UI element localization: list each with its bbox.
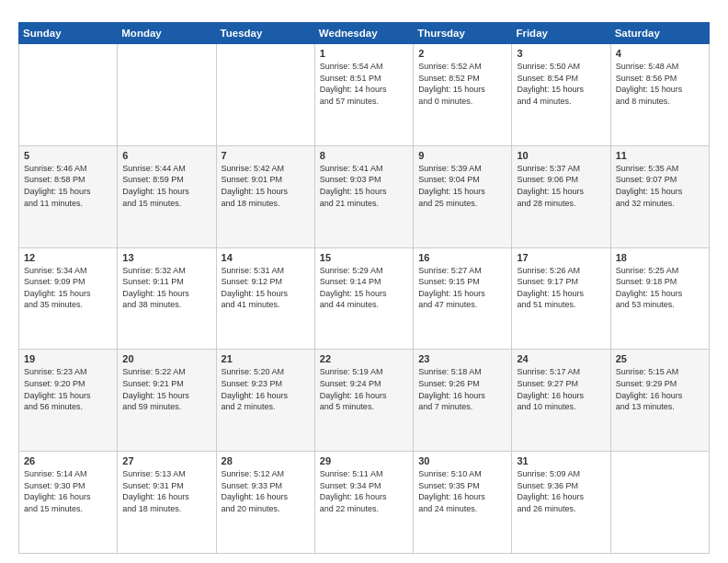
day-cell: 23Sunrise: 5:18 AMSunset: 9:26 PMDayligh… (414, 350, 512, 452)
header-cell-monday: Monday (118, 23, 216, 44)
day-number: 10 (517, 150, 605, 161)
day-cell: 22Sunrise: 5:19 AMSunset: 9:24 PMDayligh… (314, 350, 413, 452)
day-info: Sunrise: 5:22 AMSunset: 9:21 PMDaylight:… (122, 366, 210, 412)
day-number: 28 (222, 455, 310, 466)
day-info: Sunrise: 5:54 AMSunset: 8:51 PMDaylight:… (320, 61, 408, 107)
day-info: Sunrise: 5:23 AMSunset: 9:20 PMDaylight:… (24, 366, 112, 412)
day-cell: 31Sunrise: 5:09 AMSunset: 9:36 PMDayligh… (512, 452, 610, 554)
day-cell (216, 44, 314, 146)
header-cell-wednesday: Wednesday (314, 23, 413, 44)
day-info: Sunrise: 5:44 AMSunset: 8:59 PMDaylight:… (122, 163, 210, 209)
day-info: Sunrise: 5:12 AMSunset: 9:33 PMDaylight:… (222, 468, 310, 514)
day-cell (610, 452, 709, 554)
day-cell: 14Sunrise: 5:31 AMSunset: 9:12 PMDayligh… (216, 247, 314, 350)
header-cell-saturday: Saturday (610, 23, 709, 44)
day-number: 27 (122, 455, 210, 466)
day-info: Sunrise: 5:14 AMSunset: 9:30 PMDaylight:… (24, 468, 112, 514)
day-number: 13 (122, 252, 210, 263)
day-info: Sunrise: 5:26 AMSunset: 9:17 PMDaylight:… (517, 265, 605, 311)
day-number: 3 (517, 48, 605, 59)
day-cell: 7Sunrise: 5:42 AMSunset: 9:01 PMDaylight… (216, 145, 314, 247)
day-number: 24 (517, 353, 605, 364)
day-info: Sunrise: 5:20 AMSunset: 9:23 PMDaylight:… (222, 366, 310, 412)
day-info: Sunrise: 5:50 AMSunset: 8:54 PMDaylight:… (517, 61, 605, 107)
day-number: 26 (24, 455, 112, 466)
day-info: Sunrise: 5:29 AMSunset: 9:14 PMDaylight:… (320, 265, 408, 311)
day-cell: 19Sunrise: 5:23 AMSunset: 9:20 PMDayligh… (19, 350, 118, 452)
day-info: Sunrise: 5:19 AMSunset: 9:24 PMDaylight:… (320, 366, 408, 412)
day-number: 8 (320, 150, 408, 161)
day-cell: 21Sunrise: 5:20 AMSunset: 9:23 PMDayligh… (216, 350, 314, 452)
day-cell: 30Sunrise: 5:10 AMSunset: 9:35 PMDayligh… (414, 452, 512, 554)
day-number: 29 (320, 455, 408, 466)
day-number: 4 (616, 48, 704, 59)
day-number: 1 (320, 48, 408, 59)
day-info: Sunrise: 5:25 AMSunset: 9:18 PMDaylight:… (616, 265, 704, 311)
week-row-3: 12Sunrise: 5:34 AMSunset: 9:09 PMDayligh… (19, 247, 710, 350)
calendar-page: General Blue SundayMondayTuesdayWednesda… (0, 0, 728, 563)
header-cell-tuesday: Tuesday (216, 23, 314, 44)
header-cell-thursday: Thursday (414, 23, 512, 44)
day-cell: 2Sunrise: 5:52 AMSunset: 8:52 PMDaylight… (414, 44, 512, 146)
day-cell: 17Sunrise: 5:26 AMSunset: 9:17 PMDayligh… (512, 247, 610, 350)
day-cell: 29Sunrise: 5:11 AMSunset: 9:34 PMDayligh… (314, 452, 413, 554)
day-number: 17 (517, 252, 605, 263)
calendar-table: SundayMondayTuesdayWednesdayThursdayFrid… (18, 22, 710, 554)
header-cell-sunday: Sunday (19, 23, 118, 44)
day-cell: 11Sunrise: 5:35 AMSunset: 9:07 PMDayligh… (610, 145, 709, 247)
day-info: Sunrise: 5:37 AMSunset: 9:06 PMDaylight:… (517, 163, 605, 209)
day-info: Sunrise: 5:32 AMSunset: 9:11 PMDaylight:… (122, 265, 210, 311)
day-cell (118, 44, 216, 146)
day-info: Sunrise: 5:17 AMSunset: 9:27 PMDaylight:… (517, 366, 605, 412)
day-info: Sunrise: 5:13 AMSunset: 9:31 PMDaylight:… (122, 468, 210, 514)
day-number: 7 (222, 150, 310, 161)
day-cell (19, 44, 118, 146)
day-cell: 20Sunrise: 5:22 AMSunset: 9:21 PMDayligh… (118, 350, 216, 452)
day-number: 2 (418, 48, 506, 59)
week-row-5: 26Sunrise: 5:14 AMSunset: 9:30 PMDayligh… (19, 452, 710, 554)
day-number: 11 (616, 150, 704, 161)
day-info: Sunrise: 5:52 AMSunset: 8:52 PMDaylight:… (418, 61, 506, 107)
header-row: SundayMondayTuesdayWednesdayThursdayFrid… (19, 23, 710, 44)
header-cell-friday: Friday (512, 23, 610, 44)
day-cell: 25Sunrise: 5:15 AMSunset: 9:29 PMDayligh… (610, 350, 709, 452)
day-number: 15 (320, 252, 408, 263)
day-cell: 6Sunrise: 5:44 AMSunset: 8:59 PMDaylight… (118, 145, 216, 247)
day-info: Sunrise: 5:39 AMSunset: 9:04 PMDaylight:… (418, 163, 506, 209)
day-info: Sunrise: 5:09 AMSunset: 9:36 PMDaylight:… (517, 468, 605, 514)
day-info: Sunrise: 5:46 AMSunset: 8:58 PMDaylight:… (24, 163, 112, 209)
day-info: Sunrise: 5:35 AMSunset: 9:07 PMDaylight:… (616, 163, 704, 209)
day-number: 23 (418, 353, 506, 364)
day-info: Sunrise: 5:41 AMSunset: 9:03 PMDaylight:… (320, 163, 408, 209)
week-row-4: 19Sunrise: 5:23 AMSunset: 9:20 PMDayligh… (19, 350, 710, 452)
day-cell: 24Sunrise: 5:17 AMSunset: 9:27 PMDayligh… (512, 350, 610, 452)
day-info: Sunrise: 5:34 AMSunset: 9:09 PMDaylight:… (24, 265, 112, 311)
day-number: 19 (24, 353, 112, 364)
day-cell: 10Sunrise: 5:37 AMSunset: 9:06 PMDayligh… (512, 145, 610, 247)
day-cell: 18Sunrise: 5:25 AMSunset: 9:18 PMDayligh… (610, 247, 709, 350)
day-cell: 3Sunrise: 5:50 AMSunset: 8:54 PMDaylight… (512, 44, 610, 146)
day-info: Sunrise: 5:18 AMSunset: 9:26 PMDaylight:… (418, 366, 506, 412)
day-info: Sunrise: 5:27 AMSunset: 9:15 PMDaylight:… (418, 265, 506, 311)
day-cell: 13Sunrise: 5:32 AMSunset: 9:11 PMDayligh… (118, 247, 216, 350)
day-number: 5 (24, 150, 112, 161)
day-number: 22 (320, 353, 408, 364)
day-cell: 9Sunrise: 5:39 AMSunset: 9:04 PMDaylight… (414, 145, 512, 247)
day-info: Sunrise: 5:48 AMSunset: 8:56 PMDaylight:… (616, 61, 704, 107)
day-info: Sunrise: 5:10 AMSunset: 9:35 PMDaylight:… (418, 468, 506, 514)
day-cell: 28Sunrise: 5:12 AMSunset: 9:33 PMDayligh… (216, 452, 314, 554)
day-cell: 12Sunrise: 5:34 AMSunset: 9:09 PMDayligh… (19, 247, 118, 350)
day-cell: 26Sunrise: 5:14 AMSunset: 9:30 PMDayligh… (19, 452, 118, 554)
day-cell: 8Sunrise: 5:41 AMSunset: 9:03 PMDaylight… (314, 145, 413, 247)
day-number: 14 (222, 252, 310, 263)
day-number: 20 (122, 353, 210, 364)
day-number: 21 (222, 353, 310, 364)
day-number: 9 (418, 150, 506, 161)
week-row-2: 5Sunrise: 5:46 AMSunset: 8:58 PMDaylight… (19, 145, 710, 247)
day-info: Sunrise: 5:31 AMSunset: 9:12 PMDaylight:… (222, 265, 310, 311)
day-number: 18 (616, 252, 704, 263)
day-number: 25 (616, 353, 704, 364)
day-info: Sunrise: 5:11 AMSunset: 9:34 PMDaylight:… (320, 468, 408, 514)
week-row-1: 1Sunrise: 5:54 AMSunset: 8:51 PMDaylight… (19, 44, 710, 146)
day-number: 12 (24, 252, 112, 263)
